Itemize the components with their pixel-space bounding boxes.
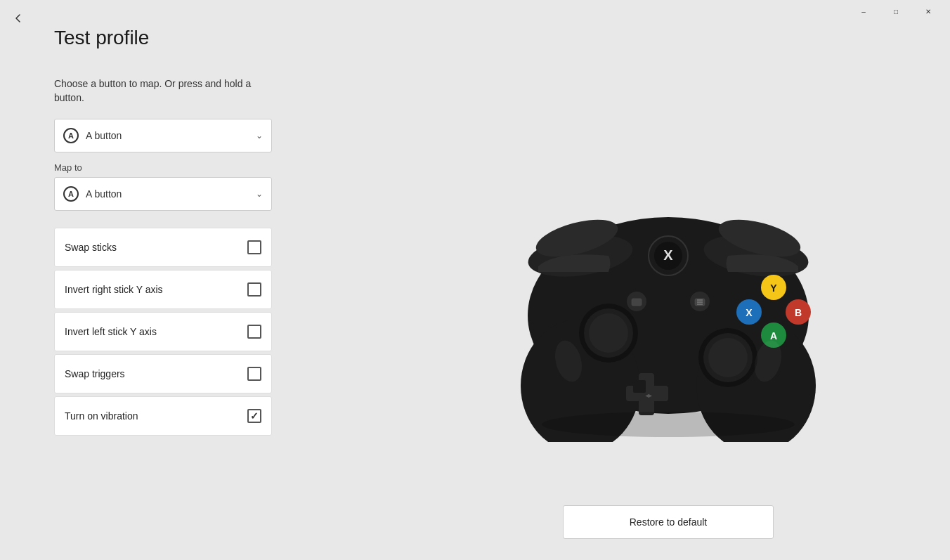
button-dropdown[interactable]: A A button ⌄ — [54, 119, 272, 152]
option-checkbox-invert-left-y[interactable] — [247, 325, 261, 339]
svg-text:Y: Y — [770, 282, 777, 294]
option-row-invert-left-y[interactable]: Invert left stick Y axis — [54, 312, 272, 351]
instruction-text: Choose a button to map. Or press and hol… — [54, 77, 272, 105]
a-icon: A — [63, 128, 79, 143]
option-row-turn-on-vibration[interactable]: Turn on vibration — [54, 396, 272, 436]
page-title: Test profile — [54, 27, 149, 49]
left-panel: Choose a button to map. Or press and hol… — [54, 77, 272, 436]
close-button[interactable]: ✕ — [912, 0, 944, 22]
svg-text:X: X — [663, 247, 673, 263]
svg-text:X: X — [746, 307, 753, 318]
map-to-dropdown-chevron: ⌄ — [256, 189, 263, 199]
options-group: Swap sticksInvert right stick Y axisInve… — [54, 228, 272, 436]
map-to-dropdown-left: A A button — [63, 186, 122, 202]
back-icon — [13, 13, 24, 24]
button-dropdown-chevron: ⌄ — [256, 131, 263, 141]
option-row-invert-right-y[interactable]: Invert right stick Y axis — [54, 270, 272, 309]
option-row-swap-triggers[interactable]: Swap triggers — [54, 354, 272, 393]
option-label-invert-right-y: Invert right stick Y axis — [65, 284, 163, 295]
option-row-swap-sticks[interactable]: Swap sticks — [54, 228, 272, 267]
back-button[interactable] — [7, 7, 30, 30]
option-checkbox-turn-on-vibration[interactable] — [247, 409, 261, 423]
option-checkbox-swap-sticks[interactable] — [247, 240, 261, 254]
button-dropdown-label: A button — [86, 130, 122, 141]
restore-default-button[interactable]: Restore to default — [563, 505, 774, 539]
svg-rect-11 — [632, 299, 642, 306]
map-to-a-icon: A — [63, 186, 79, 202]
window-controls: – □ ✕ — [847, 0, 944, 22]
svg-text:B: B — [795, 307, 802, 318]
svg-rect-22 — [633, 380, 646, 393]
svg-point-38 — [542, 412, 795, 437]
option-label-invert-left-y: Invert left stick Y axis — [65, 326, 157, 337]
svg-point-19 — [589, 313, 628, 353]
option-label-swap-sticks: Swap sticks — [65, 242, 117, 253]
title-bar: – □ ✕ — [0, 0, 950, 22]
button-dropdown-left: A A button — [63, 128, 122, 143]
option-checkbox-invert-right-y[interactable] — [247, 282, 261, 297]
svg-text:A: A — [770, 330, 777, 341]
controller-svg: X ◄ ► — [471, 147, 865, 442]
option-label-swap-triggers: Swap triggers — [65, 368, 125, 379]
minimize-button[interactable]: – — [847, 0, 880, 22]
maximize-button[interactable]: □ — [880, 0, 912, 22]
controller-area: X ◄ ► — [386, 56, 950, 560]
map-to-label: Map to — [54, 162, 272, 173]
option-checkbox-swap-triggers[interactable] — [247, 367, 261, 381]
map-to-dropdown[interactable]: A A button ⌄ — [54, 177, 272, 211]
option-label-turn-on-vibration: Turn on vibration — [65, 410, 138, 422]
map-to-dropdown-label: A button — [86, 188, 122, 200]
controller-image-wrapper: X ◄ ► — [471, 147, 865, 442]
svg-text:►: ► — [647, 392, 653, 399]
svg-point-27 — [708, 338, 748, 377]
